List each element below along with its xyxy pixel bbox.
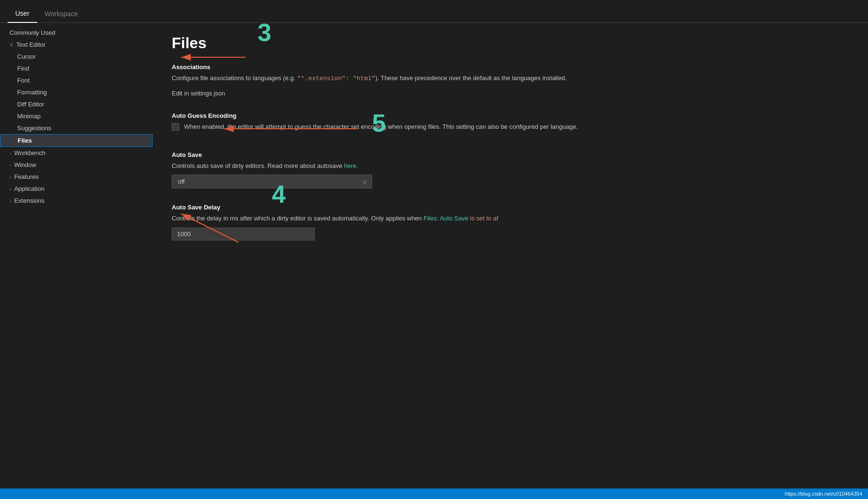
section-title-associations: Associations [172,63,849,71]
chevron-right-icon: › [10,186,11,192]
tab-workspace[interactable]: Workspace [37,5,86,22]
chevron-right-icon: › [10,162,11,168]
sidebar-item-workbench[interactable]: › Workbench [0,147,153,159]
content-area: Files Associations Configure file associ… [153,23,868,489]
autosave-here-link[interactable]: here [344,162,356,169]
checkbox-row-encoding: When enabled, the editor will attempt to… [172,122,849,136]
status-bar: https://blog.csdn.net/u010464354 [0,489,868,499]
sidebar-item-extensions[interactable]: › Extensions [0,195,153,207]
code-associations: "*.extension": "html" [297,75,375,82]
sidebar-item-files[interactable]: Files [0,134,153,147]
sidebar: Commonly Used ∨ Text Editor Cursor Find … [0,23,153,489]
sidebar-item-cursor[interactable]: Cursor [0,51,153,62]
edit-settings-link[interactable]: Edit in settings.json [172,90,225,97]
sidebar-item-application[interactable]: › Application [0,183,153,195]
sidebar-item-text-editor[interactable]: ∨ Text Editor [0,39,153,51]
sidebar-item-minimap[interactable]: Minimap [0,110,153,122]
section-desc-auto-save: Controls auto save of dirty editors. Rea… [172,161,849,171]
checkbox-auto-guess-encoding[interactable] [172,123,179,131]
top-tabs: User Workspace [0,0,868,23]
sidebar-item-formatting[interactable]: Formatting [0,86,153,98]
auto-save-dropdown[interactable]: off afterDelay onFocusChange onWindowCha… [172,175,372,188]
chevron-right-icon: › [10,198,11,204]
sidebar-item-find[interactable]: Find [0,62,153,74]
section-title-auto-save: Auto Save [172,151,849,158]
section-auto-save-delay: Auto Save Delay Controls the delay in ms… [172,204,849,240]
section-title-auto-guess-encoding: Auto Guess Encoding [172,112,849,119]
sidebar-item-features[interactable]: › Features [0,171,153,183]
chevron-right-icon: › [10,174,11,180]
chevron-down-icon: ∨ [10,42,13,48]
tab-user[interactable]: User [8,5,37,23]
sidebar-item-diff-editor[interactable]: Diff Editor [0,98,153,110]
section-desc-auto-save-delay: Controls the delay in ms after which a d… [172,214,849,224]
section-title-auto-save-delay: Auto Save Delay [172,204,849,211]
section-associations: Associations Configure file associations… [172,63,849,97]
chevron-right-icon: › [10,150,11,156]
section-desc-auto-guess-encoding: When enabled, the editor will attempt to… [184,122,578,132]
auto-save-delay-input[interactable] [172,228,315,240]
auto-save-suffix: is set to af [468,215,498,222]
auto-save-link[interactable]: Files: Auto Save [424,215,468,222]
sidebar-item-suggestions[interactable]: Suggestions [0,122,153,134]
auto-save-dropdown-wrapper: off afterDelay onFocusChange onWindowCha… [172,175,372,188]
page-title: Files [172,34,849,52]
sidebar-item-commonly-used[interactable]: Commonly Used [0,27,153,39]
section-desc-associations: Configure file associations to languages… [172,73,849,84]
sidebar-item-font[interactable]: Font [0,74,153,86]
main-layout: Commonly Used ∨ Text Editor Cursor Find … [0,23,868,489]
section-auto-save: Auto Save Controls auto save of dirty ed… [172,151,849,189]
section-auto-guess-encoding: Auto Guess Encoding When enabled, the ed… [172,112,849,136]
sidebar-item-window[interactable]: › Window [0,159,153,171]
status-bar-url: https://blog.csdn.net/u010464354 [785,491,862,497]
